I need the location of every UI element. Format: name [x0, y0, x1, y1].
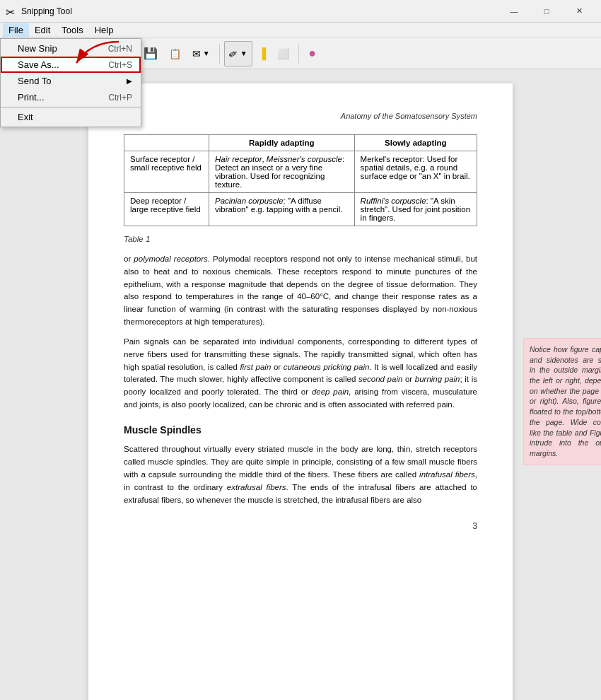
menu-save-as[interactable]: Save As... Ctrl+S	[1, 57, 141, 73]
file-dropdown-menu: New Snip Ctrl+N Save As... Ctrl+S Send T…	[0, 38, 141, 127]
new-snip-label: New Snip	[18, 43, 57, 54]
menu-exit[interactable]: Exit	[1, 109, 141, 125]
menu-help[interactable]: Help	[89, 23, 119, 37]
section-heading-muscle-spindles: Muscle Spindles	[124, 423, 477, 438]
highlighter-button[interactable]: ▐	[254, 41, 272, 66]
body-para-2: Pain signals can be separated into indiv…	[124, 336, 477, 412]
save-button[interactable]: 💾	[139, 41, 163, 66]
pen-icon: ✏	[226, 45, 240, 61]
pen-button[interactable]: ✏ ▼	[224, 41, 252, 66]
menu-tools[interactable]: Tools	[56, 23, 88, 37]
print-label: Print...	[18, 92, 45, 103]
save-as-shortcut: Ctrl+S	[108, 60, 132, 70]
maximize-button[interactable]: □	[530, 0, 563, 23]
menu-separator	[1, 107, 141, 107]
save-as-label: Save As...	[18, 59, 59, 70]
menu-file[interactable]: File	[3, 23, 29, 37]
eraser-icon: ⬜	[277, 48, 289, 59]
body-para-3: Scattered throughout virtually every str…	[124, 443, 477, 506]
pen-chevron: ▼	[240, 49, 247, 57]
send-icon: ✉	[192, 48, 201, 59]
copy-button[interactable]: 📋	[164, 41, 186, 66]
cell-deep-slow: Ruffini's corpuscle: "A skin stretch". U…	[354, 193, 477, 226]
highlighter-icon: ▐	[259, 47, 267, 59]
menu-send-to[interactable]: Send To ▶	[1, 73, 141, 89]
send-button[interactable]: ✉ ▼	[187, 41, 215, 66]
color-icon: ●	[308, 46, 316, 61]
cell-surface-slow: Merkel's receptor: Used for spatial deta…	[354, 151, 477, 193]
cell-deep-type: Deep receptor / large receptive field	[124, 193, 209, 226]
content-area: Anatomy of the Somatosensory System Rapi…	[0, 69, 601, 700]
body-para-1: or polymodal receptors. Polymodal recept…	[124, 253, 477, 329]
page-header: Anatomy of the Somatosensory System	[124, 112, 477, 120]
page-number: 3	[124, 521, 477, 531]
table-row-surface: Surface receptor / small receptive field…	[124, 151, 477, 193]
cell-surface-type: Surface receptor / small receptive field	[124, 151, 209, 193]
close-button[interactable]: ✕	[563, 0, 595, 23]
menu-bar: File Edit Tools Help	[0, 23, 601, 38]
new-snip-shortcut: Ctrl+N	[108, 44, 132, 54]
col-header-rapidly: Rapidly adapting	[209, 135, 355, 151]
menu-new-snip[interactable]: New Snip Ctrl+N	[1, 40, 141, 57]
margin-note: Notice how figure captions and sidenotes…	[523, 338, 601, 465]
cell-deep-rapid: Pacinian corpuscle: "A diffuse vibration…	[209, 193, 355, 226]
send-to-arrow: ▶	[127, 77, 132, 85]
separator-3	[219, 44, 220, 64]
title-bar: ✂ Snipping Tool — □ ✕	[0, 0, 601, 23]
menu-edit[interactable]: Edit	[29, 23, 56, 37]
receptor-table: Rapidly adapting Slowly adapting Surface…	[124, 134, 477, 226]
menu-print[interactable]: Print... Ctrl+P	[1, 89, 141, 105]
save-icon: 💾	[144, 47, 158, 60]
minimize-button[interactable]: —	[498, 0, 530, 23]
window-controls: — □ ✕	[498, 0, 595, 23]
col-header-blank	[124, 135, 209, 151]
eraser-button[interactable]: ⬜	[272, 41, 294, 66]
cell-surface-rapid: Hair receptor, Meissner's corpuscle: Det…	[209, 151, 355, 193]
print-shortcut: Ctrl+P	[108, 93, 132, 103]
app-icon: ✂	[6, 6, 17, 17]
send-to-label: Send To	[18, 76, 51, 86]
copy-icon: 📋	[169, 48, 181, 59]
separator-4	[298, 44, 299, 64]
document-body: or polymodal receptors. Polymodal recept…	[124, 253, 477, 507]
send-chevron: ▼	[203, 49, 210, 57]
color-picker-button[interactable]: ●	[303, 41, 321, 66]
table-caption: Table 1	[124, 235, 477, 243]
exit-label: Exit	[18, 112, 33, 122]
document-page: Anatomy of the Somatosensory System Rapi…	[88, 83, 513, 700]
col-header-slowly: Slowly adapting	[354, 135, 477, 151]
table-row-deep: Deep receptor / large receptive field Pa…	[124, 193, 477, 226]
window-title: Snipping Tool	[21, 6, 498, 16]
